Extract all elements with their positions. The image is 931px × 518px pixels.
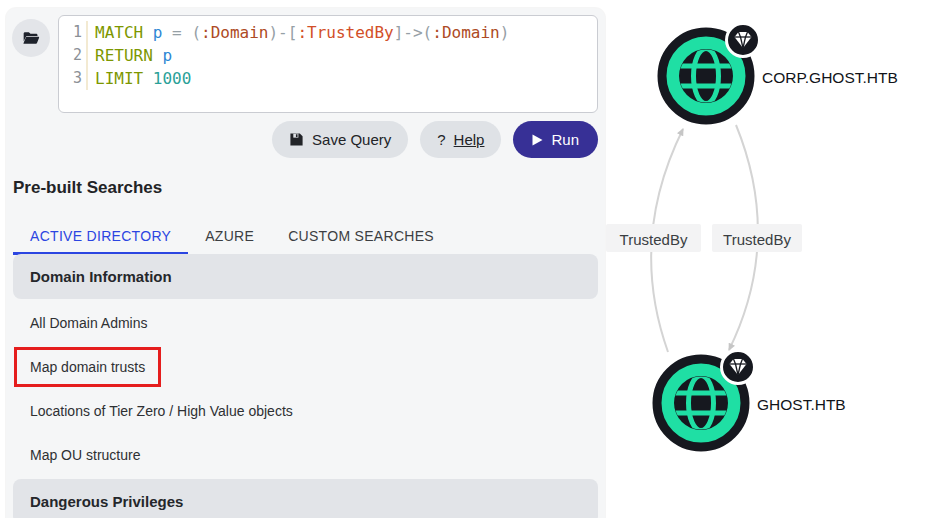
svg-text:TrustedBy: TrustedBy	[620, 231, 688, 248]
editor-action-bar: Save Query ? Help Run	[6, 121, 598, 158]
code-text: RETURN p	[95, 44, 172, 67]
run-label: Run	[551, 131, 579, 148]
code-text: LIMIT 1000	[95, 67, 191, 90]
prebuilt-searches-title: Pre-built Searches	[13, 178, 162, 198]
node-label-ghost-htb: GHOST.HTB	[757, 396, 846, 413]
gem-badge-icon	[722, 351, 755, 384]
help-button[interactable]: ? Help	[420, 121, 501, 158]
cypher-editor[interactable]: 1MATCH p = (:Domain)-[:TrustedBy]->(:Dom…	[58, 15, 598, 113]
graph-node-ghost-htb[interactable]: GHOST.HTB	[657, 351, 846, 448]
search-item-all-domain-admins[interactable]: All Domain Admins	[13, 301, 598, 345]
play-icon	[532, 134, 543, 146]
tab-active-directory[interactable]: ACTIVE DIRECTORY	[13, 222, 188, 255]
query-panel: 1MATCH p = (:Domain)-[:TrustedBy]->(:Dom…	[6, 8, 605, 518]
svg-text:TrustedBy: TrustedBy	[723, 231, 791, 248]
edge-label-1[interactable]: TrustedBy	[712, 224, 802, 252]
help-question-mark: ?	[437, 131, 445, 148]
search-section-dangerous-privileges[interactable]: Dangerous Privileges	[13, 479, 598, 518]
gutter-separator	[86, 21, 88, 44]
run-query-button[interactable]: Run	[513, 121, 598, 158]
saved-queries-folder-button[interactable]	[12, 19, 50, 57]
tab-azure[interactable]: AZURE	[188, 222, 271, 255]
save-icon	[289, 132, 304, 147]
graph-canvas[interactable]: TrustedByTrustedBy CORP.GHOST.HTBGHOST.H…	[605, 0, 931, 518]
graph-node-corp-ghost-htb[interactable]: CORP.GHOST.HTB	[662, 24, 898, 121]
gutter-separator	[86, 44, 88, 67]
cypher-code-line: 3LIMIT 1000	[59, 67, 597, 90]
edge-label-0[interactable]: TrustedBy	[606, 224, 701, 252]
line-number: 1	[59, 21, 86, 44]
search-item-map-domain-trusts[interactable]: Map domain trusts	[13, 345, 598, 389]
line-number: 2	[59, 44, 86, 67]
save-query-label: Save Query	[312, 131, 391, 148]
code-text: MATCH p = (:Domain)-[:TrustedBy]->(:Doma…	[95, 21, 509, 44]
line-number: 3	[59, 67, 86, 90]
tab-custom-searches[interactable]: CUSTOM SEARCHES	[271, 222, 451, 255]
save-query-button[interactable]: Save Query	[272, 121, 408, 158]
folder-open-icon	[21, 28, 41, 48]
cypher-code-line: 1MATCH p = (:Domain)-[:TrustedBy]->(:Dom…	[59, 21, 597, 44]
searches-tab-bar: ACTIVE DIRECTORYAZURECUSTOM SEARCHES	[13, 222, 451, 255]
search-item-locations-of-tier-zero-high-value-objects[interactable]: Locations of Tier Zero / High Value obje…	[13, 389, 598, 433]
prebuilt-searches-list: Domain InformationAll Domain AdminsMap d…	[13, 252, 598, 518]
bloodhound-query-page: 1MATCH p = (:Domain)-[:TrustedBy]->(:Dom…	[0, 0, 931, 518]
highlight-red-box: Map domain trusts	[14, 347, 161, 387]
cypher-code-line: 2RETURN p	[59, 44, 597, 67]
node-label-corp-ghost-htb: CORP.GHOST.HTB	[762, 69, 898, 86]
gem-badge-icon	[727, 24, 760, 57]
gutter-separator	[86, 67, 88, 90]
search-section-domain-information[interactable]: Domain Information	[13, 254, 598, 299]
search-item-map-ou-structure[interactable]: Map OU structure	[13, 433, 598, 477]
help-link-label: Help	[454, 131, 485, 148]
